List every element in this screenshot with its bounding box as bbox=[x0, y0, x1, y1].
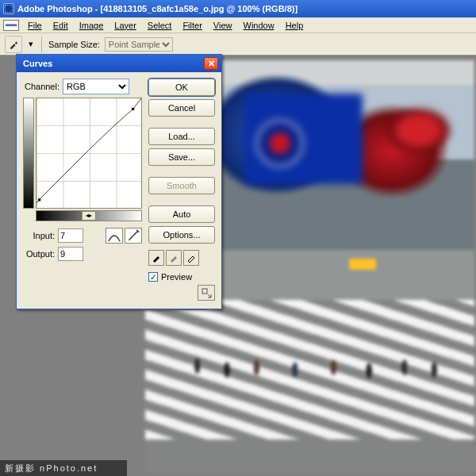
auto-button[interactable]: Auto bbox=[148, 205, 215, 223]
window-titlebar: Adobe Photoshop - [418813105_c8afc1a58e_… bbox=[0, 0, 476, 17]
sample-size-label: Sample Size: bbox=[48, 40, 100, 49]
dialog-resize-icon[interactable] bbox=[198, 285, 215, 301]
options-bar: ▾ Sample Size: Point Sample bbox=[0, 33, 476, 56]
preview-checkbox[interactable]: ✓ bbox=[148, 272, 158, 282]
menu-select[interactable]: Select bbox=[142, 19, 178, 32]
input-label: Input: bbox=[23, 231, 55, 240]
window-title: Adobe Photoshop - [418813105_c8afc1a58e_… bbox=[17, 4, 298, 13]
options-button[interactable]: Options... bbox=[148, 226, 215, 244]
output-field[interactable] bbox=[58, 247, 83, 261]
menu-help[interactable]: Help bbox=[280, 19, 309, 32]
options-divider bbox=[41, 36, 42, 52]
eyedropper-tool-icon[interactable] bbox=[5, 36, 22, 53]
curves-dialog: Curves ✕ Channel: RGB bbox=[16, 54, 222, 309]
tool-preset-dropdown-icon[interactable]: ▾ bbox=[27, 36, 35, 53]
input-gradient[interactable]: ◂▸ bbox=[36, 210, 142, 221]
input-field[interactable] bbox=[58, 228, 83, 243]
channel-select[interactable]: RGB bbox=[63, 79, 129, 94]
menu-filter[interactable]: Filter bbox=[177, 19, 207, 32]
svg-line-8 bbox=[36, 98, 141, 203]
svg-rect-10 bbox=[132, 108, 134, 110]
curve-pencil-tool-icon[interactable] bbox=[125, 228, 142, 244]
document-title: [418813105_c8afc1a58e_o.jpg @ 100% (RGB/… bbox=[101, 4, 298, 13]
svg-rect-9 bbox=[38, 198, 40, 201]
curves-titlebar[interactable]: Curves ✕ bbox=[17, 55, 221, 72]
svg-rect-11 bbox=[202, 289, 207, 294]
menu-view[interactable]: View bbox=[208, 19, 238, 32]
preview-label: Preview bbox=[161, 272, 192, 282]
ok-button[interactable]: OK bbox=[148, 79, 215, 96]
menu-layer[interactable]: Layer bbox=[109, 19, 142, 32]
menu-window[interactable]: Window bbox=[238, 19, 280, 32]
sample-size-select[interactable]: Point Sample bbox=[105, 37, 173, 52]
gray-point-eyedropper-icon[interactable] bbox=[166, 250, 182, 266]
load-button[interactable]: Load... bbox=[148, 128, 215, 145]
channel-label: Channel: bbox=[23, 82, 60, 91]
curve-point-tool-icon[interactable] bbox=[106, 228, 123, 244]
menu-file[interactable]: File bbox=[22, 19, 48, 32]
document-proxy-icon[interactable] bbox=[3, 20, 19, 31]
cancel-button[interactable]: Cancel bbox=[148, 99, 215, 117]
close-button[interactable]: ✕ bbox=[204, 57, 218, 70]
app-icon bbox=[3, 3, 14, 14]
gradient-midpoint-icon[interactable]: ◂▸ bbox=[82, 211, 96, 221]
white-point-eyedropper-icon[interactable] bbox=[183, 250, 199, 266]
output-label: Output: bbox=[23, 249, 55, 259]
watermark: 新摄影 nPhoto.net bbox=[0, 460, 127, 476]
save-button[interactable]: Save... bbox=[148, 148, 215, 166]
menu-bar: File Edit Image Layer Select Filter View… bbox=[0, 17, 476, 33]
output-gradient bbox=[23, 98, 34, 209]
menu-edit[interactable]: Edit bbox=[48, 19, 74, 32]
curves-title: Curves bbox=[23, 59, 52, 68]
black-point-eyedropper-icon[interactable] bbox=[148, 250, 164, 266]
app-name: Adobe Photoshop bbox=[17, 4, 93, 13]
curves-grid[interactable] bbox=[36, 98, 142, 209]
smooth-button: Smooth bbox=[148, 177, 215, 194]
menu-image[interactable]: Image bbox=[74, 19, 109, 32]
